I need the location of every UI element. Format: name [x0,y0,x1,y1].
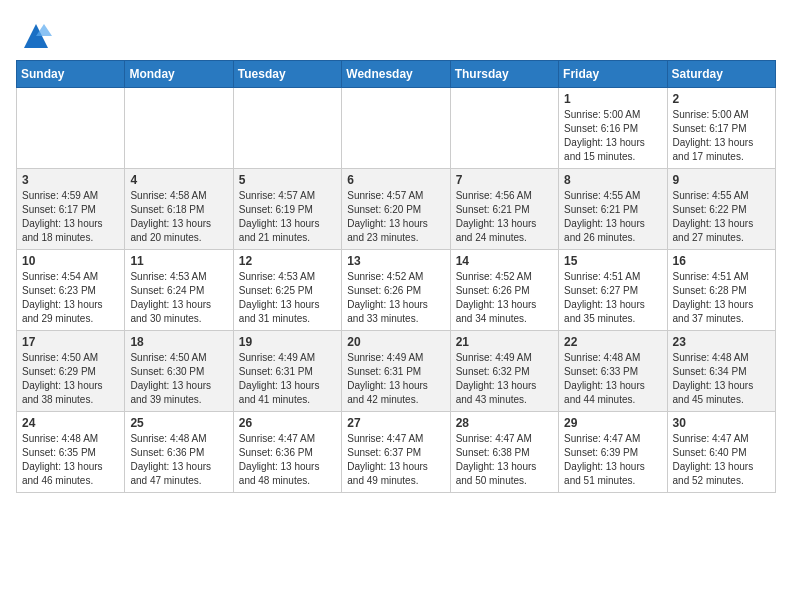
day-info: Sunrise: 4:47 AM Sunset: 6:38 PM Dayligh… [456,432,553,488]
day-number: 26 [239,416,336,430]
calendar-week-row: 17Sunrise: 4:50 AM Sunset: 6:29 PM Dayli… [17,331,776,412]
calendar-header-saturday: Saturday [667,61,775,88]
day-info: Sunrise: 4:53 AM Sunset: 6:25 PM Dayligh… [239,270,336,326]
day-info: Sunrise: 4:48 AM Sunset: 6:34 PM Dayligh… [673,351,770,407]
day-number: 19 [239,335,336,349]
day-number: 22 [564,335,661,349]
calendar-cell [17,88,125,169]
calendar-cell: 15Sunrise: 4:51 AM Sunset: 6:27 PM Dayli… [559,250,667,331]
calendar-cell: 16Sunrise: 4:51 AM Sunset: 6:28 PM Dayli… [667,250,775,331]
day-info: Sunrise: 4:57 AM Sunset: 6:19 PM Dayligh… [239,189,336,245]
calendar-cell [233,88,341,169]
day-info: Sunrise: 4:52 AM Sunset: 6:26 PM Dayligh… [347,270,444,326]
day-info: Sunrise: 4:51 AM Sunset: 6:28 PM Dayligh… [673,270,770,326]
calendar-header-row: SundayMondayTuesdayWednesdayThursdayFrid… [17,61,776,88]
calendar-cell: 27Sunrise: 4:47 AM Sunset: 6:37 PM Dayli… [342,412,450,493]
calendar-cell: 22Sunrise: 4:48 AM Sunset: 6:33 PM Dayli… [559,331,667,412]
day-number: 7 [456,173,553,187]
day-info: Sunrise: 4:47 AM Sunset: 6:40 PM Dayligh… [673,432,770,488]
calendar-header-tuesday: Tuesday [233,61,341,88]
day-number: 29 [564,416,661,430]
day-info: Sunrise: 5:00 AM Sunset: 6:16 PM Dayligh… [564,108,661,164]
day-number: 6 [347,173,444,187]
calendar-cell: 28Sunrise: 4:47 AM Sunset: 6:38 PM Dayli… [450,412,558,493]
calendar-header-sunday: Sunday [17,61,125,88]
day-info: Sunrise: 4:48 AM Sunset: 6:35 PM Dayligh… [22,432,119,488]
calendar-cell: 7Sunrise: 4:56 AM Sunset: 6:21 PM Daylig… [450,169,558,250]
day-info: Sunrise: 4:51 AM Sunset: 6:27 PM Dayligh… [564,270,661,326]
day-number: 27 [347,416,444,430]
calendar-cell: 24Sunrise: 4:48 AM Sunset: 6:35 PM Dayli… [17,412,125,493]
calendar-cell: 21Sunrise: 4:49 AM Sunset: 6:32 PM Dayli… [450,331,558,412]
calendar-cell: 23Sunrise: 4:48 AM Sunset: 6:34 PM Dayli… [667,331,775,412]
calendar-header-thursday: Thursday [450,61,558,88]
day-number: 11 [130,254,227,268]
calendar-cell: 4Sunrise: 4:58 AM Sunset: 6:18 PM Daylig… [125,169,233,250]
day-number: 30 [673,416,770,430]
calendar-cell [125,88,233,169]
calendar-cell: 6Sunrise: 4:57 AM Sunset: 6:20 PM Daylig… [342,169,450,250]
day-info: Sunrise: 4:56 AM Sunset: 6:21 PM Dayligh… [456,189,553,245]
header [16,16,776,52]
calendar-cell: 10Sunrise: 4:54 AM Sunset: 6:23 PM Dayli… [17,250,125,331]
day-number: 12 [239,254,336,268]
day-number: 8 [564,173,661,187]
calendar-week-row: 10Sunrise: 4:54 AM Sunset: 6:23 PM Dayli… [17,250,776,331]
logo-icon [20,20,52,52]
day-info: Sunrise: 4:57 AM Sunset: 6:20 PM Dayligh… [347,189,444,245]
day-info: Sunrise: 4:59 AM Sunset: 6:17 PM Dayligh… [22,189,119,245]
day-info: Sunrise: 4:55 AM Sunset: 6:22 PM Dayligh… [673,189,770,245]
day-info: Sunrise: 4:48 AM Sunset: 6:36 PM Dayligh… [130,432,227,488]
calendar-week-row: 1Sunrise: 5:00 AM Sunset: 6:16 PM Daylig… [17,88,776,169]
day-number: 20 [347,335,444,349]
calendar-cell: 26Sunrise: 4:47 AM Sunset: 6:36 PM Dayli… [233,412,341,493]
day-number: 17 [22,335,119,349]
calendar-cell: 5Sunrise: 4:57 AM Sunset: 6:19 PM Daylig… [233,169,341,250]
day-number: 1 [564,92,661,106]
calendar-cell: 19Sunrise: 4:49 AM Sunset: 6:31 PM Dayli… [233,331,341,412]
day-number: 5 [239,173,336,187]
day-number: 23 [673,335,770,349]
calendar-cell: 18Sunrise: 4:50 AM Sunset: 6:30 PM Dayli… [125,331,233,412]
day-number: 14 [456,254,553,268]
day-number: 18 [130,335,227,349]
day-number: 13 [347,254,444,268]
day-number: 15 [564,254,661,268]
calendar-cell: 13Sunrise: 4:52 AM Sunset: 6:26 PM Dayli… [342,250,450,331]
day-number: 9 [673,173,770,187]
day-number: 2 [673,92,770,106]
day-info: Sunrise: 4:49 AM Sunset: 6:31 PM Dayligh… [239,351,336,407]
calendar-header-monday: Monday [125,61,233,88]
day-number: 21 [456,335,553,349]
calendar-cell: 3Sunrise: 4:59 AM Sunset: 6:17 PM Daylig… [17,169,125,250]
calendar-cell: 30Sunrise: 4:47 AM Sunset: 6:40 PM Dayli… [667,412,775,493]
calendar-cell: 14Sunrise: 4:52 AM Sunset: 6:26 PM Dayli… [450,250,558,331]
day-number: 4 [130,173,227,187]
calendar-cell: 17Sunrise: 4:50 AM Sunset: 6:29 PM Dayli… [17,331,125,412]
day-number: 16 [673,254,770,268]
day-info: Sunrise: 4:49 AM Sunset: 6:31 PM Dayligh… [347,351,444,407]
day-info: Sunrise: 4:47 AM Sunset: 6:36 PM Dayligh… [239,432,336,488]
calendar-week-row: 24Sunrise: 4:48 AM Sunset: 6:35 PM Dayli… [17,412,776,493]
day-info: Sunrise: 4:55 AM Sunset: 6:21 PM Dayligh… [564,189,661,245]
calendar-cell: 29Sunrise: 4:47 AM Sunset: 6:39 PM Dayli… [559,412,667,493]
day-number: 10 [22,254,119,268]
calendar-cell: 25Sunrise: 4:48 AM Sunset: 6:36 PM Dayli… [125,412,233,493]
day-info: Sunrise: 4:50 AM Sunset: 6:30 PM Dayligh… [130,351,227,407]
day-info: Sunrise: 4:47 AM Sunset: 6:37 PM Dayligh… [347,432,444,488]
calendar-cell: 1Sunrise: 5:00 AM Sunset: 6:16 PM Daylig… [559,88,667,169]
calendar-header-wednesday: Wednesday [342,61,450,88]
day-number: 28 [456,416,553,430]
day-number: 3 [22,173,119,187]
calendar-week-row: 3Sunrise: 4:59 AM Sunset: 6:17 PM Daylig… [17,169,776,250]
calendar-cell: 2Sunrise: 5:00 AM Sunset: 6:17 PM Daylig… [667,88,775,169]
day-info: Sunrise: 4:58 AM Sunset: 6:18 PM Dayligh… [130,189,227,245]
calendar-cell [450,88,558,169]
calendar-cell: 11Sunrise: 4:53 AM Sunset: 6:24 PM Dayli… [125,250,233,331]
day-number: 25 [130,416,227,430]
calendar-cell [342,88,450,169]
day-info: Sunrise: 5:00 AM Sunset: 6:17 PM Dayligh… [673,108,770,164]
calendar-cell: 8Sunrise: 4:55 AM Sunset: 6:21 PM Daylig… [559,169,667,250]
calendar-header-friday: Friday [559,61,667,88]
calendar-table: SundayMondayTuesdayWednesdayThursdayFrid… [16,60,776,493]
